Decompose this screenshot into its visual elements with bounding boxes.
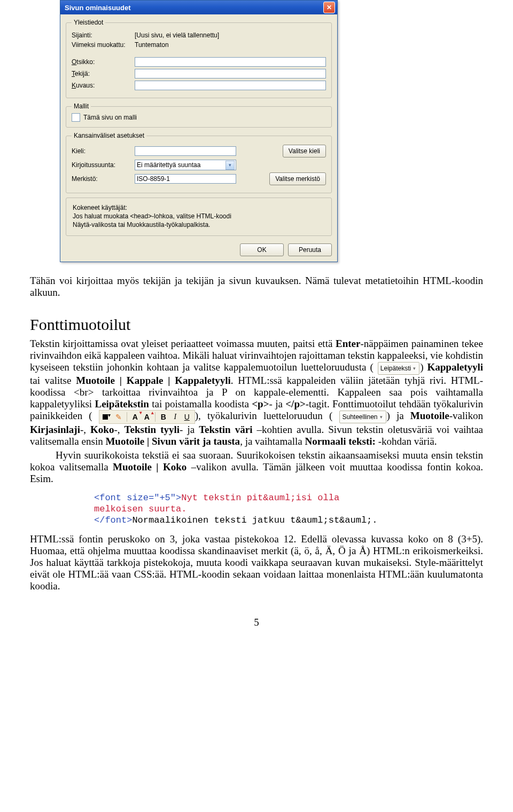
group-general: Yleistiedot Sijainti: [Uusi sivu, ei vie…	[66, 19, 332, 98]
author-field-label: Tekijä:	[72, 70, 135, 77]
direction-label: Kirjoitussuunta:	[72, 161, 135, 169]
chevron-down-icon: ▾	[413, 366, 416, 371]
cancel-button[interactable]: Peruuta	[288, 243, 332, 256]
group-advanced: Kokeneet käyttäjät: Jos haluat muokata <…	[66, 198, 332, 236]
language-input[interactable]	[135, 146, 236, 156]
dialog-titlebar[interactable]: Sivun ominaisuudet ✕	[60, 1, 337, 14]
chevron-down-icon: ▾	[380, 414, 383, 420]
font-paragraph: Tekstin kirjoittamissa ovat yleiset peri…	[30, 338, 483, 447]
chevron-down-icon: ▾	[226, 161, 235, 170]
template-checkbox-label: Tämä sivu on malli	[83, 114, 137, 121]
advanced-line-2: Jos haluat muokata <head>-lohkoa, valits…	[73, 212, 325, 220]
ok-button[interactable]: OK	[240, 243, 284, 256]
location-label: Sijainti:	[72, 31, 135, 39]
direction-select-value: Ei määritettyä suuntaa	[137, 161, 200, 169]
dialog-footer: OK Peruuta	[66, 240, 332, 256]
page-properties-dialog: Sivun ominaisuudet ✕ Yleistiedot Sijaint…	[60, 0, 338, 262]
title-field-label: Otsikko:	[72, 58, 135, 66]
document-body: Tähän voi kirjoittaa myös tekijän ja tek…	[30, 275, 483, 628]
dialog-body: Yleistiedot Sijainti: [Uusi sivu, ei vie…	[60, 14, 337, 262]
font-size-dropdown-value: Suhteellinen	[342, 413, 377, 421]
final-paragraph: HTML:ssä fontin peruskoko on 3, joka vas…	[30, 533, 483, 592]
dialog-caption: Tähän voi kirjoittaa myös tekijän ja tek…	[30, 275, 483, 298]
charset-label: Merkistö:	[72, 175, 135, 183]
author-input[interactable]	[135, 69, 326, 78]
dialog-title: Sivun ominaisuudet	[65, 4, 323, 12]
text-color-icon[interactable]: ▾	[102, 412, 112, 422]
group-general-legend: Yleistiedot	[72, 19, 105, 26]
section-heading-fonttimuotoilut: Fonttimuotoilut	[30, 316, 483, 334]
font-size-dropdown[interactable]: Suhteellinen ▾	[339, 411, 386, 423]
group-international-legend: Kansainväliset asetukset	[72, 132, 146, 139]
decrease-font-icon[interactable]: A▾	[130, 412, 141, 422]
group-international: Kansainväliset asetukset Kieli: Valitse …	[66, 132, 332, 193]
page-number: 5	[30, 617, 483, 628]
modified-value: Tuntematon	[135, 41, 326, 49]
bold-icon[interactable]: B	[158, 412, 169, 422]
direction-select[interactable]: Ei määritettyä suuntaa ▾	[135, 160, 236, 170]
group-templates-legend: Mallit	[72, 103, 91, 110]
advanced-line-1: Kokeneet käyttäjät:	[73, 203, 325, 212]
location-value: [Uusi sivu, ei vielä tallennettu]	[135, 31, 326, 39]
paragraph-style-dropdown[interactable]: Leipäteksti ▾	[378, 362, 419, 375]
description-field-label: Kuvaus:	[72, 82, 135, 89]
modified-label: Viimeksi muokattu:	[72, 41, 135, 49]
choose-language-button[interactable]: Valitse kieli	[283, 145, 326, 157]
toolbar-image: ▾ ✎ A▾ A▴ B I U	[99, 410, 195, 424]
charset-input[interactable]	[135, 174, 236, 184]
group-templates: Mallit Tämä sivu on malli	[66, 103, 332, 128]
italic-icon[interactable]: I	[170, 412, 181, 422]
description-input[interactable]	[135, 81, 326, 90]
title-input[interactable]	[135, 57, 326, 67]
language-label: Kieli:	[72, 147, 135, 155]
large-text-paragraph: Hyvin suurikokoista tekstiä ei saa suora…	[30, 450, 483, 485]
template-checkbox[interactable]	[72, 113, 80, 122]
advanced-line-3: Näytä-valikosta tai Muokkaustila-työkalu…	[73, 220, 325, 229]
paragraph-style-dropdown-value: Leipäteksti	[380, 365, 411, 372]
close-icon[interactable]: ✕	[323, 2, 335, 13]
increase-font-icon[interactable]: A▴	[142, 412, 152, 422]
underline-icon[interactable]: U	[182, 412, 192, 422]
code-example: <font size="+5">Nyt tekstin pit&auml;isi…	[94, 492, 483, 526]
highlight-icon[interactable]: ✎	[113, 412, 124, 422]
choose-charset-button[interactable]: Valitse merkistö	[269, 172, 326, 185]
